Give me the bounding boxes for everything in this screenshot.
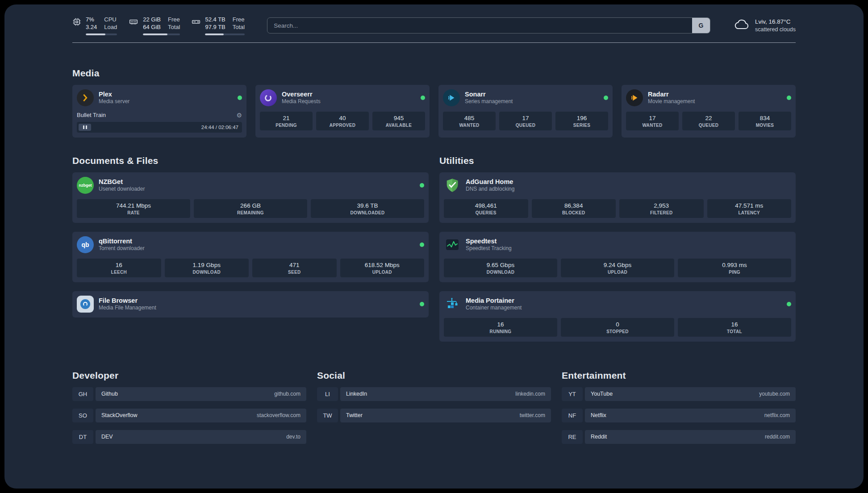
disk-widget: 52.4 TB 97.9 TB Free Total (192, 16, 245, 35)
service-desc: Speedtest Tracking (466, 245, 512, 252)
bookmark-url: youtube.com (759, 391, 790, 397)
service-card-speedtest[interactable]: Speedtest Speedtest Tracking 9.65 Gbps D… (439, 232, 796, 282)
search-input[interactable] (267, 17, 710, 33)
disk-progress-bar (205, 33, 245, 35)
section-media: Media Plex Media server (72, 68, 796, 138)
disk-icon (192, 17, 200, 28)
service-name: qBittorrent (99, 237, 145, 246)
bookmark-abbr: DT (72, 430, 93, 444)
bookmark-twitter[interactable]: TW Twitter twitter.com (317, 409, 551, 422)
section-title-utilities: Utilities (439, 155, 796, 166)
sonarr-icon (443, 89, 460, 106)
cpu-label: CPU (104, 16, 117, 24)
stat-filtered: 2,953 FILTERED (619, 199, 704, 218)
bookmark-youtube[interactable]: YT YouTube youtube.com (562, 387, 796, 401)
stat-upload: 618.52 Mbps UPLOAD (340, 259, 425, 277)
dashboard-window: 7% 3.24 CPU Load (4, 4, 864, 489)
bookmark-group-social: Social LI LinkedIn linkedin.com TW Twitt… (317, 370, 551, 451)
bookmark-github[interactable]: GH Github github.com (72, 387, 306, 401)
stat-series: 196 SERIES (555, 112, 608, 130)
stat-upload: 9.24 Gbps UPLOAD (561, 259, 674, 277)
portainer-icon (444, 296, 461, 313)
bookmark-abbr: SO (72, 409, 93, 422)
stat-queued: 17 QUEUED (499, 112, 552, 130)
disk-free-value: 52.4 TB (205, 16, 225, 24)
header-divider (72, 42, 796, 43)
service-card-sonarr[interactable]: Sonarr Series management 485 WANTED 17 Q… (438, 85, 613, 138)
weather-condition: scattered clouds (755, 26, 796, 33)
service-name: Overseerr (282, 90, 321, 99)
service-desc: Media Requests (282, 98, 321, 105)
bookmark-url: twitter.com (520, 412, 545, 418)
cpu-progress-bar (86, 33, 117, 35)
section-documents: Documents & Files nzbget NZBGet Usenet d… (72, 155, 429, 318)
section-title-developer: Developer (72, 370, 306, 381)
bookmark-dev[interactable]: DT DEV dev.to (72, 430, 306, 444)
service-desc: Media server (99, 98, 129, 105)
search-provider-button[interactable]: G (692, 18, 710, 33)
stat-wanted: 485 WANTED (443, 112, 496, 130)
service-card-qbittorrent[interactable]: qb qBittorrent Torrent downloader 16 LEE… (72, 232, 429, 282)
pause-button[interactable] (79, 124, 91, 131)
stat-leech: 16 LEECH (77, 259, 161, 277)
service-name: File Browser (99, 297, 156, 305)
service-desc: DNS and adblocking (466, 186, 514, 193)
service-card-adguard[interactable]: AdGuard Home DNS and adblocking 498,461 … (439, 172, 796, 223)
stat-rate: 744.21 Mbps RATE (77, 199, 190, 218)
service-desc: Movie management (648, 98, 695, 105)
service-name: Radarr (648, 90, 695, 99)
service-desc: Container management (466, 305, 522, 312)
plex-player-bar: 24:44 / 02:06:47 (77, 122, 242, 133)
service-card-portainer[interactable]: Media Portainer Container management 16 … (439, 291, 796, 342)
cpu-load-label: Load (104, 24, 117, 31)
cpu-load-value: 3.24 (86, 24, 97, 31)
stat-downloaded: 39.6 TB DOWNLOADED (311, 199, 424, 218)
disk-total-value: 97.9 TB (205, 24, 225, 31)
bookmark-url: dev.to (286, 434, 300, 440)
status-dot (787, 96, 791, 100)
bookmark-linkedin[interactable]: LI LinkedIn linkedin.com (317, 387, 551, 401)
search-bar: G (267, 17, 710, 33)
bookmark-stackoverflow[interactable]: SO StackOverflow stackoverflow.com (72, 409, 306, 422)
bookmark-abbr: RE (562, 430, 583, 444)
stat-running: 16 RUNNING (444, 318, 557, 337)
service-name: Sonarr (465, 90, 513, 99)
weather-widget: Lviv, 16.87°C scattered clouds (734, 18, 796, 33)
service-card-overseerr[interactable]: Overseerr Media Requests 21 PENDING 40 A… (255, 85, 430, 138)
memory-total-value: 64 GiB (143, 24, 161, 31)
radarr-icon (626, 89, 643, 106)
bookmark-abbr: GH (72, 387, 93, 401)
playback-time: 24:44 / 02:06:47 (201, 125, 238, 130)
bookmark-name: YouTube (591, 391, 613, 397)
bookmark-name: DEV (101, 434, 113, 440)
stat-stopped: 0 STOPPED (561, 318, 674, 337)
cloud-icon (734, 19, 750, 32)
gear-icon[interactable]: ⚙ (236, 112, 242, 119)
bookmark-reddit[interactable]: RE Reddit reddit.com (562, 430, 796, 444)
service-card-filebrowser[interactable]: File Browser Media File Management (72, 291, 429, 318)
nzbget-icon: nzbget (77, 177, 94, 194)
service-card-nzbget[interactable]: nzbget NZBGet Usenet downloader 744.21 M… (72, 172, 429, 223)
bookmark-netflix[interactable]: NF Netflix netflix.com (562, 409, 796, 422)
status-dot (420, 242, 424, 247)
bookmark-abbr: NF (562, 409, 583, 422)
status-dot (787, 302, 791, 306)
disk-free-label: Free (233, 16, 245, 24)
bookmark-name: Netflix (591, 412, 606, 418)
now-playing-title: Bullet Train (77, 112, 106, 118)
stat-seed: 471 SEED (252, 259, 337, 277)
bookmark-url: netflix.com (764, 412, 790, 418)
stat-total: 16 TOTAL (678, 318, 791, 337)
status-dot (420, 183, 424, 188)
bookmark-url: linkedin.com (515, 391, 545, 397)
memory-icon (129, 17, 138, 28)
bookmark-name: Twitter (346, 412, 363, 418)
service-card-plex[interactable]: Plex Media server Bullet Train ⚙ 24:44 /… (72, 85, 246, 138)
memory-free-value: 22 GiB (143, 16, 161, 24)
top-bar: 7% 3.24 CPU Load (72, 4, 796, 35)
status-dot (238, 96, 242, 100)
service-name: Speedtest (466, 237, 512, 246)
service-card-radarr[interactable]: Radarr Movie management 17 WANTED 22 QUE… (622, 85, 796, 138)
memory-free-label: Free (168, 16, 180, 24)
section-title-social: Social (317, 370, 551, 381)
